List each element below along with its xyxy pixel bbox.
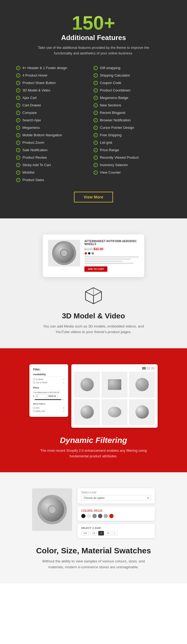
product-preview-info: AFTERMARKET ROTIFORM AERODISC WHEELS $42…	[84, 240, 139, 272]
fuel-label: fuel	[33, 407, 39, 409]
out-stock-row: Out of stock 1	[33, 381, 64, 384]
checkmark-icon	[94, 118, 98, 122]
checkmark-icon	[16, 163, 20, 167]
product-preview-card: AFTERMARKET ROTIFORM AERODISC WHEELS $42…	[43, 234, 144, 277]
price-slider-fill	[35, 399, 61, 400]
checkmark-icon	[94, 73, 98, 78]
filter-fuel-row: fuel 8	[33, 407, 64, 409]
size-swatch-button[interactable]: XS	[90, 531, 97, 535]
desc-line-3	[84, 261, 123, 262]
chevron-down-icon: ▾	[147, 497, 149, 499]
feature-item: Price Range	[94, 146, 171, 154]
label-one-checkbox[interactable]	[33, 410, 35, 412]
view-more-button[interactable]: View More	[74, 192, 113, 202]
color-swatch-dot[interactable]	[104, 514, 108, 518]
section-3d-model: AFTERMARKET ROTIFORM AERODISC WHEELS $42…	[0, 218, 187, 348]
grid-3col-toggle[interactable]	[147, 367, 150, 370]
color-option-grey[interactable]	[91, 252, 94, 255]
size-swatches-label: SELECT A SIZE:	[81, 527, 151, 529]
color-swatch-dot[interactable]	[98, 514, 102, 518]
filter-preview: Filter: Availability In stock 7 Out of s…	[29, 364, 158, 428]
checkmark-icon	[16, 141, 20, 145]
desc-line-2	[84, 258, 131, 260]
feature-item: Cursor Pointer Design	[94, 124, 171, 131]
filtering-section-title: Dynamic Filtering	[16, 436, 171, 445]
size-dropdown[interactable]: Choose an option ▾	[81, 495, 151, 501]
product-thumb-5[interactable]	[102, 399, 127, 425]
product-thumb-4[interactable]	[74, 399, 100, 425]
product-desc-placeholder	[84, 256, 139, 264]
color-option-red[interactable]	[84, 252, 87, 255]
checkmark-icon	[94, 81, 98, 85]
product-thumb-2[interactable]	[102, 372, 127, 398]
color-swatch-dot[interactable]	[87, 514, 91, 518]
grid-list-toggle[interactable]	[151, 367, 155, 370]
price-to-input[interactable]	[47, 394, 58, 398]
checkmark-icon	[16, 155, 20, 160]
feature-item: Product Sales	[16, 176, 94, 184]
size-swatch-button[interactable]: L	[112, 531, 118, 535]
section-features: 150+ Additional Features Take use of the…	[0, 0, 187, 218]
price-from-input[interactable]	[35, 394, 46, 398]
product-thumb-3[interactable]	[129, 372, 155, 398]
color-option-black[interactable]	[88, 252, 91, 255]
size-swatch-button[interactable]: S	[98, 531, 104, 535]
size-swatch-button[interactable]: 305	[81, 531, 89, 535]
product-preview-title: AFTERMARKET ROTIFORM AERODISC WHEELS	[84, 240, 139, 246]
feature-item: 4 Product Hover	[16, 72, 94, 79]
price-range-slider[interactable]	[33, 399, 64, 400]
product-shape-6	[135, 405, 149, 419]
filter-sidebar: Filter: Availability In stock 7 Out of s…	[29, 364, 68, 417]
checkmark-icon	[94, 88, 98, 93]
out-stock-checkbox[interactable]	[33, 382, 35, 383]
feature-item: 4+ Header & 1 Footer design	[16, 64, 94, 72]
features-description: Take use of the additional features prov…	[32, 45, 155, 56]
feature-item: Product Countdown	[94, 87, 171, 94]
feature-item: Browser Notification	[94, 117, 171, 124]
product-preview-price: $42.00 $32.00	[84, 247, 139, 251]
checkmark-icon	[16, 126, 20, 130]
feature-item: Gift wrapping	[94, 64, 171, 72]
checkmark-icon	[16, 170, 20, 175]
in-stock-checkbox[interactable]	[33, 378, 35, 380]
more-filters-label[interactable]: More Filters	[33, 403, 64, 405]
checkmark-icon	[16, 66, 20, 70]
color-swatch-dot[interactable]	[109, 514, 114, 518]
size-swatch-buttons: 305XSSML	[81, 531, 151, 535]
checkmark-icon	[16, 103, 20, 107]
products-grid	[74, 372, 155, 425]
product-preview-colors	[84, 252, 139, 255]
checkmark-icon	[16, 178, 20, 182]
desc-line-1	[84, 256, 139, 258]
label-one-count: 2	[63, 410, 64, 412]
checkmark-icon	[16, 96, 20, 100]
in-stock-row: In stock 7	[33, 378, 64, 381]
color-swatch-dot[interactable]	[92, 514, 97, 518]
features-grid: 4+ Header & 1 Footer design4 Product Hov…	[16, 64, 171, 184]
checkmark-icon	[16, 81, 20, 85]
colors-card: COLORS: RR126	[77, 507, 155, 521]
filter-main-label: Filter:	[33, 368, 64, 371]
features-col-2: Gift wrappingShipping CalculatorCoupon C…	[94, 64, 171, 184]
size-select-card: Select a size Choose an option ▾	[77, 488, 155, 503]
checkmark-icon	[16, 88, 20, 93]
swatch-wheel-image	[37, 495, 67, 524]
filter-group-availability: Availability In stock 7 Out of stock 1	[33, 373, 64, 384]
feature-item: Recently Viewed Product	[94, 154, 171, 161]
out-stock-count: 1	[63, 382, 64, 383]
product-thumb-6[interactable]	[129, 399, 155, 425]
color-swatch-dot[interactable]	[81, 514, 85, 518]
feature-item: Ajax Cart	[16, 94, 94, 102]
desc-line-4	[84, 263, 134, 264]
fuel-checkbox[interactable]	[33, 407, 35, 409]
feature-item: Product Share Button	[16, 79, 94, 87]
price-desc: The highest price is $25,000.00	[33, 391, 64, 393]
add-to-cart-button[interactable]: Add to Cart	[84, 266, 107, 272]
feature-item: View Counter	[94, 169, 171, 176]
size-swatch-button[interactable]: M	[105, 531, 111, 535]
fuel-count: 8	[63, 407, 64, 409]
product-thumb-1[interactable]	[74, 372, 100, 398]
features-col-1: 4+ Header & 1 Footer design4 Product Hov…	[16, 64, 94, 184]
grid-2col-toggle[interactable]	[142, 367, 146, 370]
checkmark-icon	[94, 96, 98, 100]
